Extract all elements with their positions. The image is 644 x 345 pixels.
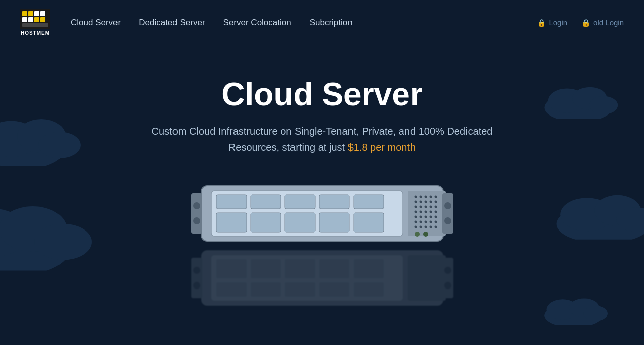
svg-rect-80 — [191, 193, 202, 234]
server-reflection — [191, 245, 453, 311]
server-illustration — [191, 181, 453, 311]
svg-rect-6 — [28, 17, 33, 22]
svg-point-49 — [419, 201, 422, 203]
svg-point-82 — [193, 217, 200, 224]
nav-cloud-server[interactable]: Cloud Server — [71, 18, 121, 28]
svg-point-78 — [415, 232, 420, 237]
svg-point-66 — [429, 216, 432, 218]
svg-rect-2 — [28, 11, 33, 16]
svg-point-81 — [193, 202, 200, 209]
hero-title: Cloud Server — [221, 76, 422, 113]
svg-point-72 — [434, 221, 437, 223]
svg-point-52 — [434, 201, 437, 203]
svg-point-63 — [414, 216, 417, 218]
server-svg — [191, 181, 453, 246]
logo[interactable]: HOSTMEM — [20, 9, 50, 36]
svg-point-79 — [423, 232, 428, 237]
nav-server-colocation[interactable]: Server Colocation — [223, 18, 291, 28]
svg-rect-88 — [216, 282, 247, 297]
svg-point-62 — [434, 211, 437, 213]
svg-rect-91 — [319, 282, 349, 297]
svg-rect-33 — [251, 195, 281, 209]
svg-rect-8 — [40, 17, 45, 22]
svg-point-53 — [414, 206, 417, 208]
svg-point-13 — [38, 132, 81, 158]
svg-point-74 — [419, 226, 422, 228]
svg-point-61 — [429, 211, 432, 213]
lock-icon-login: 🔒 — [537, 19, 546, 27]
login-link[interactable]: 🔒 Login — [537, 18, 567, 27]
cloud-right-1 — [538, 78, 619, 121]
svg-rect-90 — [285, 282, 315, 297]
svg-rect-4 — [40, 11, 45, 16]
svg-rect-83 — [442, 193, 453, 234]
nav-links: Cloud Server Dedicated Server Server Col… — [71, 18, 537, 28]
nav-subscription[interactable]: Subcription — [310, 18, 353, 28]
login-label: Login — [549, 18, 567, 27]
svg-point-84 — [444, 202, 451, 209]
cloud-left-1 — [0, 106, 96, 169]
old-login-link[interactable]: 🔒 old Login — [581, 18, 624, 27]
svg-rect-94 — [251, 259, 281, 278]
svg-point-21 — [589, 96, 618, 114]
svg-rect-5 — [22, 17, 27, 22]
hero-price: $1.8 per month — [348, 142, 416, 153]
svg-point-48 — [414, 201, 417, 203]
svg-point-45 — [424, 196, 427, 198]
svg-rect-92 — [354, 282, 384, 297]
svg-rect-97 — [354, 259, 384, 278]
svg-rect-37 — [216, 213, 247, 232]
svg-point-46 — [429, 196, 432, 198]
svg-rect-35 — [319, 195, 349, 209]
svg-rect-39 — [285, 213, 315, 232]
svg-rect-93 — [216, 259, 247, 278]
svg-point-44 — [419, 196, 422, 198]
svg-point-67 — [434, 216, 437, 218]
svg-point-85 — [444, 217, 451, 224]
svg-point-55 — [424, 206, 427, 208]
svg-rect-96 — [319, 259, 349, 278]
svg-point-71 — [429, 221, 432, 223]
svg-rect-95 — [285, 259, 315, 278]
svg-rect-34 — [285, 195, 315, 209]
svg-rect-3 — [34, 11, 39, 16]
server-wrap — [191, 181, 453, 311]
svg-point-43 — [414, 196, 417, 198]
svg-point-65 — [424, 216, 427, 218]
svg-rect-1 — [22, 11, 27, 16]
svg-point-68 — [414, 221, 417, 223]
svg-point-64 — [419, 216, 422, 218]
svg-rect-98 — [408, 255, 446, 301]
logo-text: HOSTMEM — [21, 30, 50, 36]
cloud-left-2 — [0, 188, 108, 274]
svg-point-76 — [429, 226, 432, 228]
hero-section: Cloud Server Custom Cloud Infrastructure… — [0, 45, 644, 345]
svg-point-54 — [419, 206, 422, 208]
hero-subtitle: Custom Cloud Infrastructure on Single-Te… — [151, 123, 494, 155]
svg-point-50 — [424, 201, 427, 203]
svg-rect-42 — [408, 191, 446, 236]
cloud-right-2 — [548, 184, 644, 242]
svg-point-59 — [419, 211, 422, 213]
svg-point-57 — [434, 206, 437, 208]
svg-point-75 — [424, 226, 427, 228]
svg-point-51 — [429, 201, 432, 203]
svg-rect-7 — [34, 17, 39, 22]
svg-point-56 — [429, 206, 432, 208]
navbar: HOSTMEM Cloud Server Dedicated Server Se… — [0, 0, 644, 45]
svg-point-77 — [434, 226, 437, 228]
nav-auth: 🔒 Login 🔒 old Login — [537, 18, 624, 27]
svg-rect-32 — [216, 195, 247, 209]
svg-rect-36 — [354, 195, 384, 209]
svg-rect-89 — [251, 282, 281, 297]
svg-rect-9 — [22, 23, 48, 27]
cloud-right-3 — [539, 291, 608, 326]
svg-point-47 — [434, 196, 437, 198]
nav-dedicated-server[interactable]: Dedicated Server — [139, 18, 205, 28]
hero-subtitle-before: Custom Cloud Infrastructure on Single-Te… — [152, 126, 493, 153]
svg-point-58 — [414, 211, 417, 213]
svg-point-17 — [34, 224, 92, 260]
svg-rect-41 — [354, 213, 384, 232]
lock-icon-old-login: 🔒 — [581, 19, 590, 27]
svg-point-73 — [414, 226, 417, 228]
